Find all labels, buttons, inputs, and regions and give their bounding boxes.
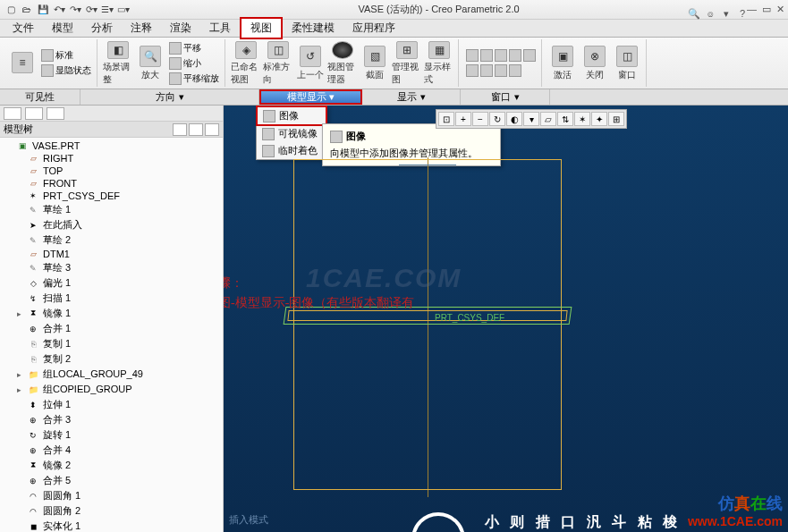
menu-annotate[interactable]: 注释	[122, 19, 161, 38]
tree-tool-2[interactable]	[189, 123, 203, 136]
tree-view-icon[interactable]	[4, 107, 21, 120]
help-icon[interactable]: ?	[736, 7, 749, 20]
tree-item[interactable]: ⊕合并 5	[0, 473, 223, 488]
activate-button[interactable]: ▣激活	[547, 41, 578, 86]
gt-shading-icon[interactable]: ◐	[506, 112, 522, 126]
chevron-down-icon[interactable]: ▾	[514, 91, 520, 103]
tree-item[interactable]: ▱TOP	[0, 165, 223, 177]
tree-item[interactable]: ➤在此插入	[0, 217, 223, 232]
gt-refit-icon[interactable]: ⊡	[438, 112, 454, 126]
tree-item[interactable]: ▱FRONT	[0, 177, 223, 190]
tree-item[interactable]: ▱RIGHT	[0, 152, 223, 165]
tree-item[interactable]: ⎘复制 2	[0, 351, 223, 367]
previous-button[interactable]: ↺上一个	[295, 41, 326, 86]
perspective-button[interactable]: 视图管理器	[327, 41, 358, 86]
menu-apps[interactable]: 应用程序	[343, 19, 404, 38]
zoomout-btn[interactable]: 缩小	[167, 56, 221, 71]
tree-item[interactable]: ✎草绘 2	[0, 232, 223, 248]
tree-tool-3[interactable]	[205, 123, 219, 136]
restore-icon[interactable]: ▭	[762, 4, 771, 15]
display-style-icon: ▦	[428, 41, 450, 59]
chevron-down-icon[interactable]: ▾	[420, 91, 426, 103]
graphics-viewport[interactable]: 图像 可视镜像 临时着色 图像 向模型中添加图像并管理其属性。 ⊡ + − ↻ …	[224, 106, 788, 532]
tree-item[interactable]: ✎草绘 1	[0, 202, 223, 217]
manage-view-button[interactable]: ⊞管理视图	[392, 41, 422, 86]
zoom-in-button[interactable]: 🔍放大	[135, 41, 165, 86]
tree-item[interactable]: ⊕合并 1	[0, 321, 223, 336]
tree-item[interactable]: ◠圆圆角 1	[0, 488, 223, 503]
scene-button[interactable]: ◧场景调整	[103, 41, 133, 86]
undo-icon[interactable]: ↶▾	[52, 3, 66, 17]
menu-flex[interactable]: 柔性建模	[283, 19, 343, 38]
redo-icon[interactable]: ↷▾	[68, 3, 82, 17]
status-btn[interactable]: 标准	[39, 48, 93, 63]
gt-zoomin-icon[interactable]: +	[455, 112, 471, 126]
menu-model[interactable]: 模型	[43, 19, 82, 38]
tree-item[interactable]: ⬍拉伸 1	[0, 397, 223, 412]
tree-item[interactable]: ▸⧗镜像 1	[0, 306, 223, 321]
watermark-url: www.1CAE.com	[688, 514, 783, 528]
tree-item[interactable]: ◼实体化 1	[0, 519, 223, 532]
close-icon[interactable]: ✕	[776, 4, 784, 15]
disp1[interactable]	[464, 48, 538, 63]
menu-analysis[interactable]: 分析	[82, 19, 122, 38]
tree-item[interactable]: ↻旋转 1	[0, 427, 223, 443]
disp6[interactable]	[464, 63, 538, 78]
new-icon[interactable]: ▢	[4, 3, 18, 17]
window-title: VASE (活动的) - Creo Parametric 2.0	[131, 3, 747, 16]
menu-render[interactable]: 渲染	[161, 19, 200, 38]
tree-item[interactable]: ◠圆圆角 2	[0, 503, 223, 519]
display-style-button[interactable]: ▦显示样式	[424, 41, 454, 86]
section-button[interactable]: ▧截面	[360, 41, 390, 86]
menu-tools[interactable]: 工具	[200, 19, 240, 38]
close-win-icon[interactable]: ▭▾	[116, 3, 131, 17]
tree-item[interactable]: ▱DTM1	[0, 248, 223, 260]
tree-item[interactable]: ✶PRT_CSYS_DEF	[0, 190, 223, 202]
section-icon: ▧	[364, 46, 386, 67]
gt-datum-plane-icon[interactable]: ▱	[540, 112, 556, 126]
window-button[interactable]: ◫窗口	[612, 41, 642, 86]
gt-datum-point-icon[interactable]: ✶	[574, 112, 590, 126]
gt-csys-icon[interactable]: ✦	[591, 112, 607, 126]
gt-saved-views-icon[interactable]: ▾	[523, 112, 539, 126]
gt-zoomout-icon[interactable]: −	[472, 112, 488, 126]
menu-item-visual-mirror[interactable]: 可视镜像	[257, 125, 326, 142]
tree-root[interactable]: ▣VASE.PRT	[0, 139, 223, 152]
menu-file[interactable]: 文件	[4, 19, 43, 38]
tree-item[interactable]: ↯扫描 1	[0, 291, 223, 306]
dropdown-icon[interactable]: ▾	[720, 7, 733, 20]
regen-icon[interactable]: ⟳▾	[84, 3, 98, 17]
tree-item[interactable]: ⎘复制 1	[0, 336, 223, 351]
windows-icon[interactable]: ☰▾	[100, 3, 114, 17]
menu-item-temp-shade[interactable]: 临时着色	[257, 142, 326, 159]
tree-item[interactable]: ⊕合并 4	[0, 443, 223, 458]
tree-item[interactable]: ◇偏光 1	[0, 275, 223, 291]
tree-item[interactable]: ▸📁组LOCAL_GROUP_49	[0, 367, 223, 382]
menu-item-image[interactable]: 图像	[256, 106, 327, 126]
search-icon[interactable]: 🔍	[688, 7, 700, 20]
layer-view-icon[interactable]	[25, 107, 43, 120]
open-icon[interactable]: 🗁	[20, 3, 34, 17]
tree-item[interactable]: ⊕合并 3	[0, 412, 223, 427]
nav-icon[interactable]: ⌾	[704, 7, 716, 20]
folder-view-icon[interactable]	[47, 107, 64, 120]
named-views-button[interactable]: ◈已命名视图	[231, 41, 261, 86]
pan-btn[interactable]: 平移	[167, 41, 221, 55]
model-display-dropdown[interactable]: 模型显示 ▾	[259, 89, 362, 105]
named-views-icon: ◈	[235, 41, 257, 59]
layers-button[interactable]: ≡	[7, 41, 38, 86]
tree-tool-1[interactable]	[173, 123, 187, 136]
gt-annotation-icon[interactable]: ⊞	[608, 112, 624, 126]
menu-view[interactable]: 视图	[240, 17, 283, 39]
std-orient-button[interactable]: ◫标准方向	[263, 41, 293, 86]
tree-item[interactable]: ▸📁组COPIED_GROUP	[0, 382, 223, 397]
tree-item[interactable]: ✎草绘 3	[0, 260, 223, 275]
panzoom-btn[interactable]: 平移缩放	[167, 72, 221, 86]
tree-item[interactable]: ⧗镜像 2	[0, 458, 223, 473]
gt-repaint-icon[interactable]: ↻	[489, 112, 505, 126]
save-icon[interactable]: 💾	[36, 3, 50, 17]
close-button[interactable]: ⊗关闭	[580, 41, 610, 86]
showhide-btn[interactable]: 显隐状态	[39, 63, 93, 78]
chevron-down-icon[interactable]: ▾	[179, 91, 184, 103]
gt-datum-axis-icon[interactable]: ⇅	[557, 112, 573, 126]
